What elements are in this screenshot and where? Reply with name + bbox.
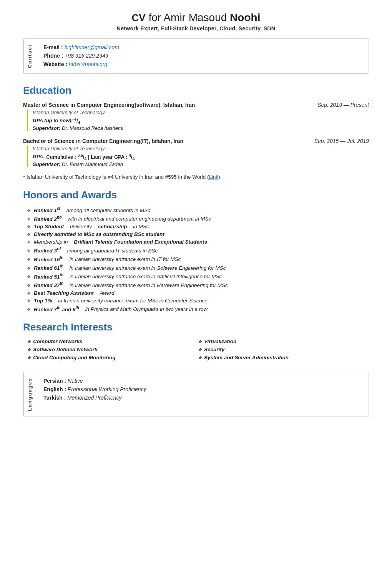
research-item: Computer Networks (27, 339, 198, 344)
edu-bsc-date: Sep. 2015 — Jul. 2019 (314, 138, 369, 144)
research-item: Cloud Computing and Monitoring (27, 355, 198, 360)
contact-content: E-mail : highlimner@gmail.com Phone : +9… (36, 39, 127, 73)
edu-msc-gpa: GPA (up to now): 4/4 (33, 117, 369, 124)
list-item: Best Teaching Assistant Award (27, 290, 369, 296)
lang-english-name: English : (43, 386, 66, 392)
edu-msc-gpa-label: GPA (up to now): (33, 118, 74, 124)
edu-msc-supervisor: Supervisor: Dr. Massoud Reza hashemi (33, 125, 369, 131)
list-item: Ranked 61th in Iranian university entran… (27, 264, 369, 271)
name-first: Amir Masoud (163, 12, 230, 23)
list-item: Membership in Brilliant Talents Foundati… (27, 239, 369, 245)
research-item: Virtualization (198, 339, 369, 344)
honors-section: Honors and Awards Ranked 1st among all c… (23, 189, 369, 312)
edu-bsc-supervisor: Supervisor: Dr. Elham Mahmoud Zadeh (33, 161, 369, 167)
edu-bsc-details: Isfahan University of Technology GPA: Cu… (27, 146, 369, 167)
research-grid: Computer Networks Virtualization Softwar… (23, 339, 369, 363)
languages-content: Persian : Native English : Professional … (36, 372, 154, 417)
education-title: Education (23, 85, 369, 96)
list-item: Ranked 51th in Iranian university entran… (27, 273, 369, 280)
list-item: Ranked 37th in Iranian university entran… (27, 281, 369, 288)
edu-msc-degree: Master of Science in Computer Engineerin… (23, 102, 195, 108)
contact-sidebar-label: Contact (23, 39, 36, 73)
edu-msc-date: Sep. 2019 — Present (317, 102, 369, 108)
website-label: Website : (43, 61, 67, 67)
cv-word: CV (132, 12, 146, 23)
lang-turkish-name: Turkish : (43, 395, 66, 401)
list-item: Ranked 2nd with in electrical and comput… (27, 215, 369, 222)
contact-website: Website : https://noohi.org (43, 61, 119, 67)
list-item: Ranked 1st among all computer students i… (27, 206, 369, 213)
edu-msc-details: Isfahan University of Technology GPA (up… (27, 110, 369, 131)
edu-msc-supervisor-label: Supervisor: (33, 125, 62, 131)
languages-sidebar-label: Languages (23, 372, 36, 417)
research-title: Research Interests (23, 321, 369, 333)
honors-list: Ranked 1st among all computer students i… (23, 206, 369, 312)
cv-header: CV for Amir Masoud Noohi Network Expert,… (23, 12, 369, 32)
lang-english-level: Professional Working Proficiency (68, 386, 146, 392)
edu-msc-header-row: Master of Science in Computer Engineerin… (23, 102, 369, 108)
edu-bsc-gpa: GPA: Cumulative : 3.6/4 | Last year GPA … (33, 153, 369, 161)
edu-bsc-gpa-value: Cumulative : 3.6/4 | Last year GPA : 4/4 (46, 154, 135, 160)
university-note: * Isfahan University of Technology is #4… (23, 174, 369, 180)
edu-entry-msc: Master of Science in Computer Engineerin… (23, 102, 369, 131)
research-section: Research Interests Computer Networks Vir… (23, 321, 369, 363)
list-item: Directly admitted to MSc as outstanding … (27, 231, 369, 237)
research-item: Software Defined Network (27, 347, 198, 352)
research-item: Security (198, 347, 369, 352)
for-word: for (148, 12, 163, 23)
edu-entry-bsc: Bachelor of Science in Computer Engineer… (23, 138, 369, 167)
lang-persian-name: Persian : (43, 378, 66, 384)
edu-msc-supervisor-value: Dr. Massoud Reza hashemi (62, 125, 123, 131)
education-section: Education Master of Science in Computer … (23, 85, 369, 180)
university-link[interactable]: Link (209, 174, 219, 180)
edu-bsc-supervisor-label: Supervisor: (33, 161, 62, 167)
research-item: System and Server Administration (198, 355, 369, 360)
email-link[interactable]: highlimner@gmail.com (64, 44, 119, 50)
subtitle: Network Expert, Full-Stack Developer, Cl… (23, 25, 369, 32)
list-item: Top 1% in Iranian university entrance ex… (27, 298, 369, 304)
contact-box: Contact E-mail : highlimner@gmail.com Ph… (23, 38, 369, 74)
website-link[interactable]: https://noohi.org (69, 61, 107, 67)
list-item: Ranked 16th in Iranian university entran… (27, 256, 369, 262)
language-turkish: Turkish : Memorized Proficiency (43, 395, 146, 401)
edu-bsc-gpa-label: GPA: (33, 154, 46, 160)
cv-title: CV for Amir Masoud Noohi (23, 12, 369, 24)
email-label: E-mail : (43, 44, 63, 50)
list-item: Ranked 7th and 5th in Physics and Math O… (27, 305, 369, 312)
contact-email: E-mail : highlimner@gmail.com (43, 44, 119, 50)
lang-turkish-level: Memorized Proficiency (67, 395, 122, 401)
list-item: Ranked 3rd among all graduated IT studen… (27, 247, 369, 254)
edu-bsc-institution: Isfahan University of Technology (33, 146, 369, 151)
edu-bsc-header-row: Bachelor of Science in Computer Engineer… (23, 138, 369, 144)
honors-title: Honors and Awards (23, 189, 369, 201)
edu-bsc-supervisor-value: Dr. Elham Mahmoud Zadeh (62, 161, 123, 167)
language-persian: Persian : Native (43, 378, 146, 384)
edu-msc-gpa-value: 4/4 (74, 118, 80, 124)
edu-msc-institution: Isfahan University of Technology (33, 110, 369, 115)
language-english: English : Professional Working Proficien… (43, 386, 146, 392)
phone-value: +98 916 229 2949 (65, 53, 108, 59)
name-last: Noohi (230, 12, 260, 23)
contact-phone: Phone : +98 916 229 2949 (43, 53, 119, 59)
lang-persian-level: Native (68, 378, 83, 384)
edu-bsc-degree: Bachelor of Science in Computer Engineer… (23, 138, 183, 144)
languages-box: Languages Persian : Native English : Pro… (23, 372, 369, 417)
phone-label: Phone : (43, 53, 63, 59)
list-item: Top Student university scholarship in MS… (27, 224, 369, 229)
